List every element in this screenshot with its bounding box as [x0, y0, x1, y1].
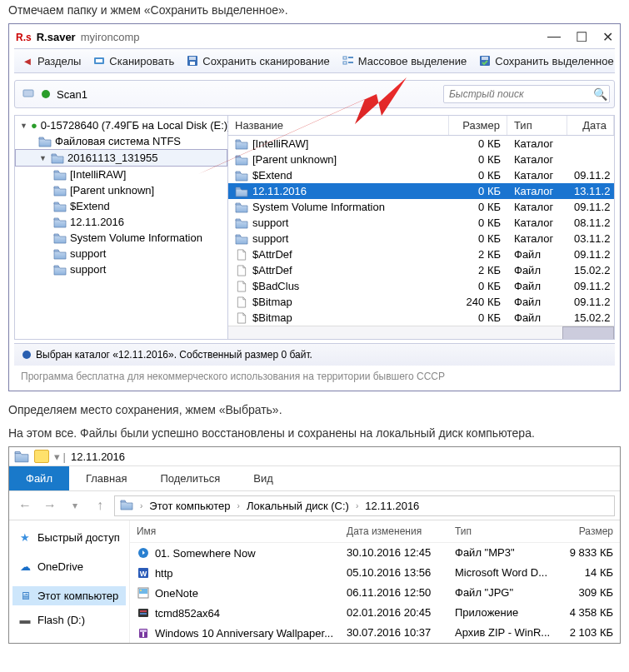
- tab-view[interactable]: Вид: [237, 466, 290, 490]
- list-row[interactable]: $Bitmap240 КБФайл09.11.2: [228, 294, 614, 310]
- file-icon: [235, 312, 248, 324]
- folder-icon: [14, 450, 29, 463]
- file-row[interactable]: 01. Somewhere Now30.10.2016 12:45Файл "M…: [130, 543, 620, 563]
- tree-root[interactable]: ● 0-15728640 (7.49ГБ на Local Disk (E:)): [15, 117, 227, 133]
- scan-button[interactable]: Сканировать: [92, 54, 174, 67]
- svg-text:W: W: [140, 570, 147, 578]
- col-name-header[interactable]: Имя: [130, 520, 340, 542]
- window-title: 12.11.2016: [71, 450, 125, 463]
- checklist-icon: [342, 54, 355, 67]
- svg-rect-19: [140, 610, 147, 612]
- nav-quickaccess[interactable]: ★Быстрый доступ: [12, 528, 126, 547]
- partitions-button[interactable]: ◄ Разделы: [21, 54, 81, 67]
- folder-icon: [38, 136, 52, 147]
- nav-onedrive[interactable]: ☁OneDrive: [12, 557, 126, 576]
- file-row[interactable]: Whttp05.10.2016 13:56Microsoft Word D...…: [130, 563, 620, 583]
- svg-rect-20: [140, 613, 147, 615]
- tree-item[interactable]: System Volume Information: [15, 230, 227, 246]
- breadcrumb[interactable]: › Этот компьютер› Локальный диск (C:)› 1…: [114, 495, 615, 516]
- scan-name: Scan1: [57, 88, 87, 101]
- minimize-button[interactable]: —: [547, 29, 561, 45]
- article-text-2: Определяем место сохранения, жмем «Выбра…: [0, 400, 629, 423]
- list-pane: Название Размер Тип Дата [IntelliRAW]0 К…: [228, 116, 614, 339]
- file-icon: [235, 265, 248, 276]
- list-row[interactable]: System Volume Information0 КБКаталог09.1…: [228, 199, 614, 215]
- tree-item[interactable]: 12.11.2016: [15, 214, 227, 230]
- save-scan-button[interactable]: Сохранить сканирование: [186, 54, 329, 67]
- footer-note: Программа бесплатна для некоммерческого …: [9, 366, 620, 391]
- folder-icon: [53, 185, 67, 197]
- tree-fs[interactable]: Файловая система NTFS: [15, 133, 227, 149]
- nav-thispc[interactable]: 🖥Этот компьютер: [12, 586, 126, 605]
- search-icon[interactable]: 🔍: [593, 87, 607, 101]
- nav-back-button[interactable]: ←: [14, 495, 36, 516]
- folder-icon: [53, 232, 67, 244]
- maximize-button[interactable]: ☐: [576, 29, 587, 45]
- svg-rect-1: [96, 59, 102, 62]
- col-name-header[interactable]: Название: [228, 116, 449, 135]
- tree-item[interactable]: support: [15, 246, 227, 261]
- tree-session[interactable]: 20161113_131955: [15, 149, 227, 167]
- nav-forward-button[interactable]: →: [39, 495, 61, 516]
- folder-icon: [53, 169, 67, 181]
- col-date-header[interactable]: Дата: [567, 116, 614, 135]
- file-row[interactable]: OneNote06.11.2016 12:50Файл "JPG"309 КБ: [130, 583, 620, 603]
- svg-rect-6: [343, 62, 347, 64]
- file-row[interactable]: tcmd852ax6402.01.2016 20:45Приложение4 3…: [130, 603, 620, 623]
- tab-share[interactable]: Поделиться: [143, 466, 237, 490]
- rsaver-window: R.s R.saver myironcomp — ☐ ✕ ◄ Разделы С…: [8, 23, 621, 391]
- close-button[interactable]: ✕: [602, 29, 613, 45]
- file-row[interactable]: Windows 10 Anniversary Wallpaper...30.07…: [130, 623, 620, 643]
- search-input[interactable]: [443, 85, 610, 103]
- nav-pane: ★Быстрый доступ ☁OneDrive 🖥Этот компьюте…: [9, 520, 130, 643]
- status-dot-icon: [42, 90, 50, 98]
- svg-rect-23: [142, 632, 144, 637]
- col-type-header[interactable]: Тип: [507, 116, 567, 135]
- col-size-header[interactable]: Размер: [449, 116, 507, 135]
- list-row[interactable]: [Parent unknown]0 КБКаталог: [228, 152, 614, 167]
- col-type-header[interactable]: Тип: [448, 520, 553, 542]
- list-row[interactable]: $Extend0 КБКаталог09.11.2: [228, 167, 614, 183]
- tree-item[interactable]: support: [15, 261, 227, 277]
- list-row[interactable]: support0 КБКаталог03.11.2: [228, 231, 614, 246]
- list-row[interactable]: support0 КБКаталог08.11.2: [228, 215, 614, 231]
- folder-icon: [235, 217, 248, 229]
- save-selected-button[interactable]: Сохранить выделенное: [478, 54, 613, 67]
- scan-icon: [22, 87, 35, 102]
- tree-pane: ● 0-15728640 (7.49ГБ на Local Disk (E:))…: [15, 116, 228, 339]
- status-bar: Выбран каталог «12.11.2016». Собственный…: [14, 343, 615, 366]
- file-icon: [235, 249, 248, 261]
- tree-item[interactable]: [Parent unknown]: [15, 182, 227, 198]
- nav-up-button[interactable]: ↑: [89, 495, 111, 516]
- col-date-header[interactable]: Дата изменения: [340, 520, 448, 542]
- mass-select-button[interactable]: Массовое выделение: [342, 54, 467, 67]
- tree-item[interactable]: [IntelliRAW]: [15, 167, 227, 182]
- file-icon: [235, 296, 248, 308]
- list-row[interactable]: [IntelliRAW]0 КБКаталог: [228, 136, 614, 152]
- h-scrollbar[interactable]: [228, 326, 614, 339]
- folder-icon: [53, 264, 67, 276]
- col-size-header[interactable]: Размер: [553, 520, 620, 542]
- pc-icon: 🖥: [17, 590, 32, 602]
- select-all-icon[interactable]: [34, 450, 49, 463]
- scanner-icon: [92, 54, 106, 67]
- list-row[interactable]: $Bitmap0 КБФайл15.02.2: [228, 310, 614, 326]
- title-bar: R.s R.saver myironcomp — ☐ ✕: [9, 24, 620, 48]
- search-box: 🔍: [94, 85, 607, 103]
- title-app-name: R.saver: [37, 31, 76, 43]
- tree-item[interactable]: $Extend: [15, 198, 227, 214]
- nav-flash[interactable]: ▬Flash (D:): [12, 610, 126, 630]
- svg-rect-16: [139, 589, 147, 594]
- svg-rect-5: [343, 57, 347, 59]
- app-icon: R.s: [16, 32, 32, 43]
- list-row[interactable]: 12.11.20160 КБКаталог13.11.2: [228, 183, 614, 199]
- list-row[interactable]: $AttrDef2 КБФайл09.11.2: [228, 246, 614, 262]
- status-indicator-icon: [22, 351, 31, 359]
- list-row[interactable]: $AttrDef2 КБФайл15.02.2: [228, 262, 614, 278]
- exe-icon: [137, 606, 150, 620]
- list-row[interactable]: $BadClus0 КБФайл09.11.2: [228, 278, 614, 294]
- tab-file[interactable]: Файл: [9, 466, 69, 490]
- folder-icon: [235, 170, 248, 182]
- tab-home[interactable]: Главная: [69, 466, 143, 490]
- nav-history-button[interactable]: ▾: [64, 495, 86, 516]
